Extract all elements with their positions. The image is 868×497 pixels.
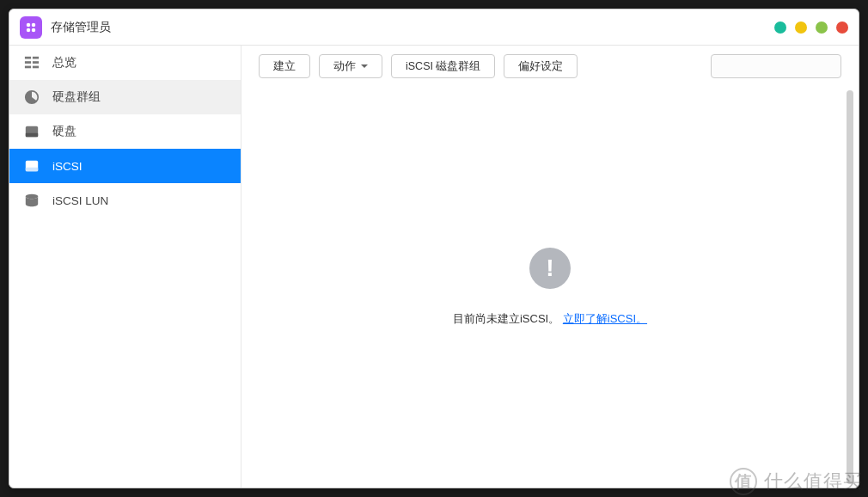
svg-rect-7 [33,57,39,59]
window-minimize-button[interactable] [774,21,786,34]
sidebar-item-overview[interactable]: 总览 [9,46,241,80]
titlebar: 存储管理员 [9,9,859,46]
iscsi-diskgroup-button[interactable]: iSCSI 磁盘群组 [391,54,495,78]
lun-icon [23,192,40,209]
overview-icon [23,54,40,71]
window-close-button[interactable] [836,21,848,34]
iscsi-icon [23,157,40,175]
app-icon [20,16,42,39]
svg-rect-5 [25,61,31,64]
action-dropdown[interactable]: 动作 [319,54,382,78]
sidebar: 总览 硬盘群组 硬盘 iSCSI [9,46,241,488]
content-area: ! 目前尚未建立iSCSI。 立即了解iSCSI。 [241,87,859,488]
sidebar-item-label: iSCSI [52,160,83,173]
create-button[interactable]: 建立 [259,54,310,78]
sidebar-item-label: 总览 [52,55,76,71]
svg-rect-13 [26,168,38,172]
sidebar-item-iscsi-lun[interactable]: iSCSI LUN [9,183,241,218]
caret-down-icon [361,64,368,68]
window-maximize-button[interactable] [795,21,807,34]
body: 总览 硬盘群组 硬盘 iSCSI [9,46,859,488]
scrollbar[interactable] [847,90,853,484]
main-panel: 建立 动作 iSCSI 磁盘群组 偏好设定 ! 目前尚未建立iSCSI。 立即了… [241,46,859,488]
svg-rect-6 [25,66,31,69]
disk-icon [23,123,40,140]
window-controls [774,21,848,34]
diskgroup-icon [23,89,40,106]
search-box[interactable] [711,54,841,78]
svg-point-0 [27,22,31,27]
svg-point-1 [32,22,36,27]
empty-state-text: 目前尚未建立iSCSI。 立即了解iSCSI。 [453,311,647,327]
learn-more-link[interactable]: 立即了解iSCSI。 [563,312,647,325]
toolbar: 建立 动作 iSCSI 磁盘群组 偏好设定 [241,46,859,87]
sidebar-item-disk[interactable]: 硬盘 [9,114,241,149]
sidebar-item-diskgroup[interactable]: 硬盘群组 [9,80,241,114]
window-restore-button[interactable] [816,21,828,34]
sidebar-item-iscsi[interactable]: iSCSI [9,149,241,183]
search-input[interactable] [724,60,853,72]
preferences-button[interactable]: 偏好设定 [504,54,578,78]
sidebar-item-label: iSCSI LUN [52,194,108,207]
svg-rect-8 [33,61,39,64]
app-window: 存储管理员 总览 硬盘群组 [9,9,859,488]
sidebar-item-label: 硬盘 [52,124,76,139]
svg-point-3 [32,28,36,32]
app-title: 存储管理员 [51,20,774,35]
empty-state-icon: ! [529,248,571,289]
svg-point-14 [26,194,38,199]
svg-rect-11 [26,133,38,138]
sidebar-item-label: 硬盘群组 [52,89,101,105]
svg-point-2 [27,28,31,32]
svg-rect-9 [33,66,39,69]
svg-rect-4 [25,57,31,59]
